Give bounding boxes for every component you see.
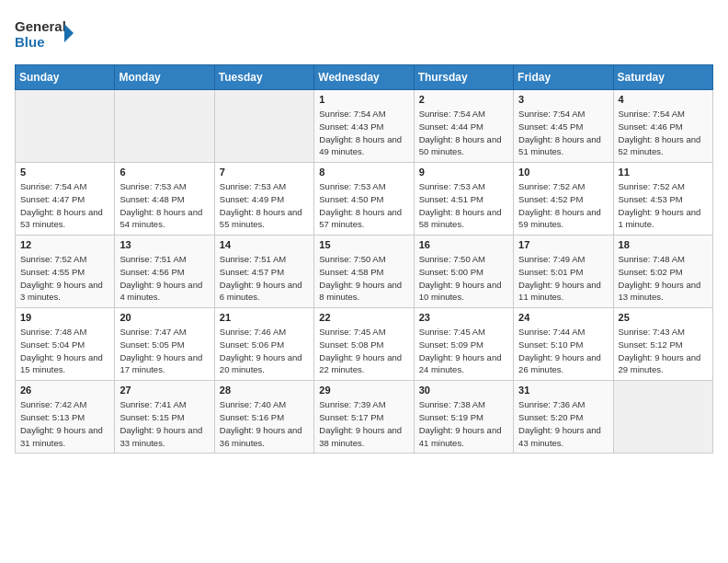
day-number: 7: [220, 167, 309, 178]
weekday-header-row: SundayMondayTuesdayWednesdayThursdayFrid…: [16, 65, 713, 90]
day-cell: [115, 90, 214, 163]
day-info: Sunrise: 7:51 AMSunset: 4:57 PMDaylight:…: [220, 253, 309, 304]
day-info: Sunrise: 7:52 AMSunset: 4:55 PMDaylight:…: [20, 253, 109, 304]
day-cell: 1Sunrise: 7:54 AMSunset: 4:43 PMDaylight…: [314, 90, 414, 163]
logo: GeneralBlue: [15, 15, 79, 53]
svg-text:General: General: [15, 18, 66, 34]
day-info: Sunrise: 7:54 AMSunset: 4:44 PMDaylight:…: [419, 108, 508, 158]
day-number: 22: [319, 312, 408, 323]
day-cell: 21Sunrise: 7:46 AMSunset: 5:06 PMDayligh…: [214, 308, 313, 381]
day-cell: 7Sunrise: 7:53 AMSunset: 4:49 PMDaylight…: [214, 163, 313, 236]
day-cell: 31Sunrise: 7:36 AMSunset: 5:20 PMDayligh…: [514, 381, 613, 454]
day-cell: 10Sunrise: 7:52 AMSunset: 4:52 PMDayligh…: [514, 163, 613, 236]
day-cell: 22Sunrise: 7:45 AMSunset: 5:08 PMDayligh…: [314, 308, 414, 381]
day-info: Sunrise: 7:53 AMSunset: 4:49 PMDaylight:…: [220, 180, 309, 231]
day-info: Sunrise: 7:54 AMSunset: 4:46 PMDaylight:…: [619, 108, 708, 158]
day-cell: 25Sunrise: 7:43 AMSunset: 5:12 PMDayligh…: [613, 308, 712, 381]
day-info: Sunrise: 7:45 AMSunset: 5:08 PMDaylight:…: [319, 326, 408, 376]
day-cell: 13Sunrise: 7:51 AMSunset: 4:56 PMDayligh…: [115, 236, 214, 308]
day-cell: 18Sunrise: 7:48 AMSunset: 5:02 PMDayligh…: [613, 236, 712, 308]
day-info: Sunrise: 7:46 AMSunset: 5:06 PMDaylight:…: [220, 326, 309, 376]
day-cell: [16, 90, 115, 163]
day-info: Sunrise: 7:49 AMSunset: 5:01 PMDaylight:…: [518, 253, 608, 304]
day-cell: 26Sunrise: 7:42 AMSunset: 5:13 PMDayligh…: [16, 381, 115, 454]
week-row-5: 26Sunrise: 7:42 AMSunset: 5:13 PMDayligh…: [16, 381, 713, 454]
day-cell: 5Sunrise: 7:54 AMSunset: 4:47 PMDaylight…: [16, 163, 115, 236]
day-number: 21: [220, 312, 309, 323]
day-cell: 3Sunrise: 7:54 AMSunset: 4:45 PMDaylight…: [514, 90, 613, 163]
day-number: 26: [20, 385, 109, 396]
day-cell: 6Sunrise: 7:53 AMSunset: 4:48 PMDaylight…: [115, 163, 214, 236]
day-info: Sunrise: 7:53 AMSunset: 4:50 PMDaylight:…: [319, 180, 408, 231]
day-number: 9: [419, 167, 508, 178]
day-number: 5: [20, 167, 109, 178]
day-info: Sunrise: 7:38 AMSunset: 5:19 PMDaylight:…: [419, 398, 508, 449]
day-number: 11: [619, 167, 708, 178]
day-info: Sunrise: 7:39 AMSunset: 5:17 PMDaylight:…: [319, 398, 408, 449]
day-number: 29: [319, 385, 408, 396]
day-cell: 20Sunrise: 7:47 AMSunset: 5:05 PMDayligh…: [115, 308, 214, 381]
weekday-header-friday: Friday: [514, 65, 613, 90]
day-cell: 19Sunrise: 7:48 AMSunset: 5:04 PMDayligh…: [16, 308, 115, 381]
day-info: Sunrise: 7:40 AMSunset: 5:16 PMDaylight:…: [220, 398, 309, 449]
day-number: 2: [419, 94, 508, 105]
day-number: 17: [518, 239, 608, 250]
day-cell: 8Sunrise: 7:53 AMSunset: 4:50 PMDaylight…: [314, 163, 414, 236]
day-info: Sunrise: 7:54 AMSunset: 4:43 PMDaylight:…: [319, 108, 408, 158]
svg-marker-2: [64, 24, 74, 42]
day-cell: 12Sunrise: 7:52 AMSunset: 4:55 PMDayligh…: [16, 236, 115, 308]
day-number: 28: [220, 385, 309, 396]
day-info: Sunrise: 7:41 AMSunset: 5:15 PMDaylight:…: [119, 398, 209, 449]
day-info: Sunrise: 7:50 AMSunset: 4:58 PMDaylight:…: [319, 253, 408, 304]
day-info: Sunrise: 7:43 AMSunset: 5:12 PMDaylight:…: [619, 326, 708, 376]
day-info: Sunrise: 7:36 AMSunset: 5:20 PMDaylight:…: [518, 398, 608, 449]
day-info: Sunrise: 7:54 AMSunset: 4:47 PMDaylight:…: [20, 180, 109, 231]
svg-text:Blue: Blue: [15, 34, 45, 50]
day-cell: 27Sunrise: 7:41 AMSunset: 5:15 PMDayligh…: [115, 381, 214, 454]
day-number: 20: [119, 312, 209, 323]
day-cell: 14Sunrise: 7:51 AMSunset: 4:57 PMDayligh…: [214, 236, 313, 308]
page-header: GeneralBlue: [15, 15, 713, 53]
week-row-1: 1Sunrise: 7:54 AMSunset: 4:43 PMDaylight…: [16, 90, 713, 163]
weekday-header-tuesday: Tuesday: [214, 65, 313, 90]
day-number: 25: [619, 312, 708, 323]
day-cell: 11Sunrise: 7:52 AMSunset: 4:53 PMDayligh…: [613, 163, 712, 236]
day-number: 24: [518, 312, 608, 323]
day-cell: 4Sunrise: 7:54 AMSunset: 4:46 PMDaylight…: [613, 90, 712, 163]
day-cell: 15Sunrise: 7:50 AMSunset: 4:58 PMDayligh…: [314, 236, 414, 308]
day-cell: 9Sunrise: 7:53 AMSunset: 4:51 PMDaylight…: [414, 163, 513, 236]
day-cell: 2Sunrise: 7:54 AMSunset: 4:44 PMDaylight…: [414, 90, 513, 163]
day-cell: 30Sunrise: 7:38 AMSunset: 5:19 PMDayligh…: [414, 381, 513, 454]
day-info: Sunrise: 7:54 AMSunset: 4:45 PMDaylight:…: [518, 108, 608, 158]
weekday-header-sunday: Sunday: [16, 65, 115, 90]
day-info: Sunrise: 7:48 AMSunset: 5:04 PMDaylight:…: [20, 326, 109, 376]
day-cell: 17Sunrise: 7:49 AMSunset: 5:01 PMDayligh…: [514, 236, 613, 308]
day-number: 3: [518, 94, 608, 105]
day-number: 10: [518, 167, 608, 178]
day-number: 14: [220, 239, 309, 250]
day-cell: [214, 90, 313, 163]
day-cell: 24Sunrise: 7:44 AMSunset: 5:10 PMDayligh…: [514, 308, 613, 381]
day-number: 31: [518, 385, 608, 396]
day-number: 13: [119, 239, 209, 250]
day-info: Sunrise: 7:42 AMSunset: 5:13 PMDaylight:…: [20, 398, 109, 449]
weekday-header-wednesday: Wednesday: [314, 65, 414, 90]
day-number: 6: [119, 167, 209, 178]
day-info: Sunrise: 7:52 AMSunset: 4:52 PMDaylight:…: [518, 180, 608, 231]
day-info: Sunrise: 7:53 AMSunset: 4:51 PMDaylight:…: [419, 180, 508, 231]
day-info: Sunrise: 7:45 AMSunset: 5:09 PMDaylight:…: [419, 326, 508, 376]
day-number: 1: [319, 94, 408, 105]
weekday-header-thursday: Thursday: [414, 65, 513, 90]
day-info: Sunrise: 7:51 AMSunset: 4:56 PMDaylight:…: [119, 253, 209, 304]
day-number: 4: [619, 94, 708, 105]
week-row-4: 19Sunrise: 7:48 AMSunset: 5:04 PMDayligh…: [16, 308, 713, 381]
day-cell: 16Sunrise: 7:50 AMSunset: 5:00 PMDayligh…: [414, 236, 513, 308]
day-number: 8: [319, 167, 408, 178]
day-cell: 23Sunrise: 7:45 AMSunset: 5:09 PMDayligh…: [414, 308, 513, 381]
day-cell: 28Sunrise: 7:40 AMSunset: 5:16 PMDayligh…: [214, 381, 313, 454]
day-number: 19: [20, 312, 109, 323]
day-number: 23: [419, 312, 508, 323]
day-number: 27: [119, 385, 209, 396]
day-number: 16: [419, 239, 508, 250]
day-info: Sunrise: 7:52 AMSunset: 4:53 PMDaylight:…: [619, 180, 708, 231]
